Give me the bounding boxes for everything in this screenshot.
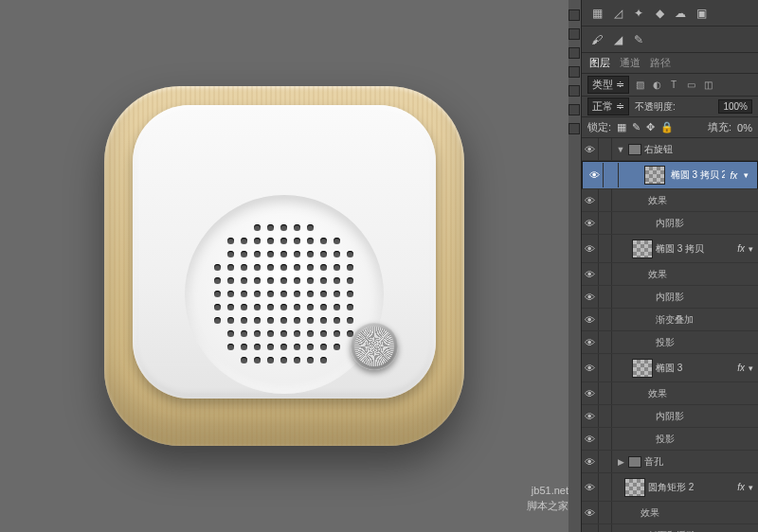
layer-fx-row[interactable]: 👁投影 — [582, 428, 758, 451]
layer-thumb — [644, 166, 665, 185]
layer-group-knob[interactable]: 👁 ▼ 右旋钮 — [582, 138, 758, 161]
layer-fx-row[interactable]: 👁渐变叠加 — [582, 309, 758, 331]
brush-icon[interactable]: 🖌 — [589, 32, 605, 47]
layer-thumb — [632, 239, 653, 258]
lock-brush-icon[interactable]: ✎ — [632, 121, 641, 133]
fx-badge[interactable]: fx — [735, 363, 747, 373]
layer-fx-row[interactable]: 👁投影 — [582, 331, 758, 354]
visibility-icon[interactable]: 👁 — [582, 138, 599, 160]
visibility-icon[interactable]: 👁 — [582, 235, 599, 262]
vertical-toolbar — [568, 9, 581, 134]
layer-thumb — [624, 478, 645, 497]
fx-badge[interactable]: fx — [735, 482, 747, 492]
tab-paths[interactable]: 路径 — [650, 56, 671, 70]
layers-tree: 👁 ▼ 右旋钮 👁 椭圆 3 拷贝 2 fx▾ 👁效果 👁内阴影 👁 椭圆 3 … — [582, 138, 758, 532]
opacity-label: 不透明度: — [635, 100, 676, 114]
tool-item[interactable] — [568, 85, 580, 97]
lock-fill-row: 锁定: ▦ ✎ ✥ 🔒 填充: 0% — [582, 117, 758, 138]
opacity-value[interactable]: 100% — [718, 99, 752, 114]
layer-fx-row[interactable]: 👁效果 — [582, 263, 758, 286]
tab-channels[interactable]: 通道 — [620, 56, 641, 70]
panel-icon[interactable]: ◆ — [652, 6, 667, 21]
tool-item[interactable] — [568, 66, 580, 78]
panel-icon-row: ▦ ◿ ✦ ◆ ☁ ▣ — [582, 0, 758, 27]
fill-value[interactable]: 0% — [737, 122, 752, 133]
filter-smart-icon[interactable]: ◫ — [701, 79, 714, 92]
panel-icon[interactable]: ☁ — [673, 6, 688, 21]
folder-icon — [628, 144, 641, 155]
lock-move-icon[interactable]: ✥ — [646, 121, 655, 133]
fill-label: 填充: — [708, 120, 731, 134]
tool-item[interactable] — [568, 9, 580, 21]
layer-ellipse-copy2[interactable]: 👁 椭圆 3 拷贝 2 fx▾ — [582, 161, 758, 189]
panel-icon[interactable]: ✦ — [631, 6, 646, 21]
tool-item[interactable] — [568, 104, 580, 115]
lock-all-icon[interactable]: 🔒 — [660, 121, 674, 133]
blend-mode-select[interactable]: 正常≑ — [587, 98, 629, 115]
lock-label: 锁定: — [587, 120, 611, 134]
visibility-icon[interactable]: 👁 — [582, 451, 599, 472]
visibility-icon[interactable]: 👁 — [587, 163, 604, 187]
layer-ellipse3[interactable]: 👁 椭圆 3 fx▾ — [582, 354, 758, 382]
visibility-icon[interactable]: 👁 — [582, 354, 599, 381]
filter-pixel-icon[interactable]: ▧ — [633, 79, 646, 92]
layer-roundrect2[interactable]: 👁 圆角矩形 2 fx▾ — [582, 473, 758, 502]
panel-tabs: 图层 通道 路径 — [582, 53, 758, 74]
metal-knob — [351, 323, 398, 370]
speaker-grill — [185, 195, 384, 394]
filter-adjust-icon[interactable]: ◐ — [650, 79, 663, 92]
filter-shape-icon[interactable]: ▭ — [684, 79, 697, 92]
visibility-icon[interactable]: 👁 — [582, 473, 599, 501]
watermark: jb51.net 脚本之家 — [527, 484, 568, 513]
right-sidebar: ▦ ◿ ✦ ◆ ☁ ▣ 🖌 ◢ ✎ 图层 通道 路径 类型≑ ▧ ◐ T ▭ ◫… — [581, 0, 758, 532]
blend-opacity-row: 正常≑ 不透明度: 100% — [582, 97, 758, 117]
tool-item[interactable] — [568, 28, 580, 40]
layer-fx-row[interactable]: 👁效果 — [582, 382, 758, 405]
filter-type-icon[interactable]: T — [667, 79, 680, 92]
panel-icon-row-2: 🖌 ◢ ✎ — [582, 27, 758, 53]
layer-fx-row[interactable]: 👁效果 — [582, 502, 758, 524]
swatch-icon[interactable]: ◢ — [610, 32, 625, 47]
folder-icon — [628, 456, 641, 468]
speaker-icon-artwork — [104, 86, 464, 446]
tab-layers[interactable]: 图层 — [589, 56, 610, 70]
fx-badge[interactable]: fx — [728, 170, 739, 181]
canvas-area — [0, 0, 568, 532]
tool-item[interactable] — [568, 47, 580, 59]
panel-icon[interactable]: ◿ — [610, 6, 625, 21]
layer-fx-row[interactable]: 👁斜面和浮雕 — [582, 524, 758, 532]
tool-item[interactable] — [568, 123, 580, 134]
layer-group-holes[interactable]: 👁 ▶ 音孔 — [582, 451, 758, 473]
fx-badge[interactable]: fx — [735, 243, 747, 254]
layer-ellipse-copy[interactable]: 👁 椭圆 3 拷贝 fx▾ — [582, 235, 758, 263]
panel-icon[interactable]: ▣ — [694, 6, 709, 21]
pencil-icon[interactable]: ✎ — [631, 32, 646, 47]
layer-filter-row: 类型≑ ▧ ◐ T ▭ ◫ — [582, 74, 758, 97]
lock-trans-icon[interactable]: ▦ — [617, 121, 626, 133]
layer-thumb — [632, 359, 653, 378]
layer-fx-row[interactable]: 👁内阴影 — [582, 212, 758, 235]
panel-icon[interactable]: ▦ — [589, 6, 605, 21]
filter-type-select[interactable]: 类型≑ — [587, 76, 629, 94]
layer-fx-row[interactable]: 👁效果 — [582, 189, 758, 212]
layer-fx-row[interactable]: 👁内阴影 — [582, 405, 758, 428]
layer-fx-row[interactable]: 👁内阴影 — [582, 286, 758, 309]
